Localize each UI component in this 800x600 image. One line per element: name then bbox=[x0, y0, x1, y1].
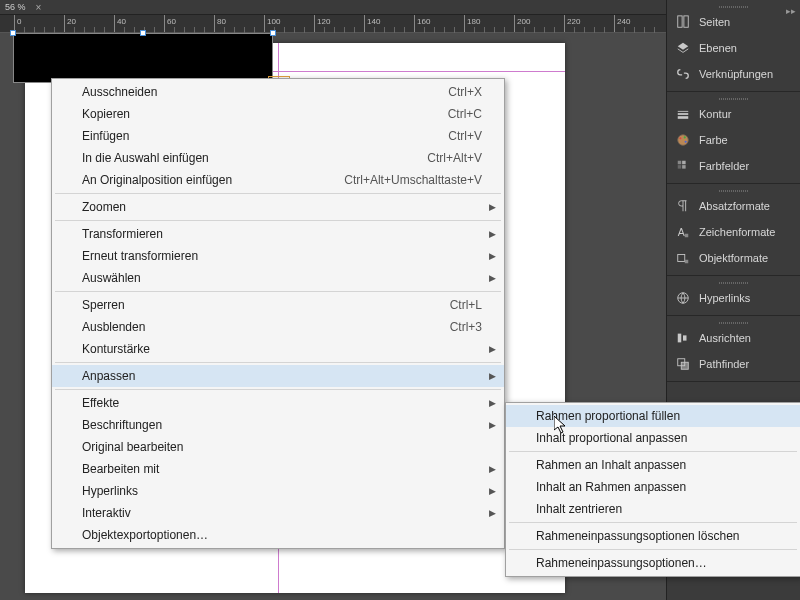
menu-item-1[interactable]: KopierenCtrl+C bbox=[52, 103, 504, 125]
panel-label: Ausrichten bbox=[699, 332, 751, 344]
panel-objektformate[interactable]: Objektformate bbox=[667, 245, 800, 271]
menu-item-label: Objektexportoptionen… bbox=[82, 528, 208, 542]
submenu-arrow-icon: ▶ bbox=[489, 273, 496, 283]
svg-point-6 bbox=[679, 137, 681, 139]
menu-item-label: Inhalt an Rahmen anpassen bbox=[536, 480, 686, 494]
panel-ausrichten[interactable]: Ausrichten bbox=[667, 325, 800, 351]
menu-item-label: Rahmeneinpassungsoptionen löschen bbox=[536, 529, 739, 543]
tab-close-icon[interactable]: × bbox=[36, 2, 42, 13]
panel-label: Absatzformate bbox=[699, 200, 770, 212]
submenu-arrow-icon: ▶ bbox=[489, 508, 496, 518]
svg-rect-11 bbox=[678, 165, 682, 169]
svg-point-8 bbox=[685, 141, 687, 143]
links-icon bbox=[675, 66, 691, 82]
submenu-item-5[interactable]: Rahmeneinpassungsoptionen löschen bbox=[506, 525, 800, 547]
svg-rect-10 bbox=[682, 161, 686, 165]
menu-item-16[interactable]: Bearbeiten mit▶ bbox=[52, 458, 504, 480]
menu-item-0[interactable]: AusschneidenCtrl+X bbox=[52, 81, 504, 103]
menu-item-18[interactable]: Interaktiv▶ bbox=[52, 502, 504, 524]
menu-item-2[interactable]: EinfügenCtrl+V bbox=[52, 125, 504, 147]
menu-item-4[interactable]: An Originalposition einfügenCtrl+Alt+Ums… bbox=[52, 169, 504, 191]
submenu-arrow-icon: ▶ bbox=[489, 398, 496, 408]
panel-ebenen[interactable]: Ebenen bbox=[667, 35, 800, 61]
submenu-item-6[interactable]: Rahmeneinpassungsoptionen… bbox=[506, 552, 800, 574]
menu-item-shortcut: Ctrl+3 bbox=[450, 320, 482, 334]
menu-item-15[interactable]: Original bearbeiten bbox=[52, 436, 504, 458]
menu-item-17[interactable]: Hyperlinks▶ bbox=[52, 480, 504, 502]
menu-item-6[interactable]: Transformieren▶ bbox=[52, 223, 504, 245]
svg-rect-0 bbox=[678, 16, 682, 27]
panel-label: Hyperlinks bbox=[699, 292, 750, 304]
menu-item-label: Rahmen an Inhalt anpassen bbox=[536, 458, 686, 472]
svg-text:A: A bbox=[678, 226, 685, 238]
horizontal-ruler: 020406080100120140160180200220240 bbox=[0, 15, 666, 33]
panel-hyperlinks[interactable]: Hyperlinks bbox=[667, 285, 800, 311]
submenu-arrow-icon: ▶ bbox=[489, 420, 496, 430]
objstyle-icon bbox=[675, 250, 691, 266]
menu-item-8[interactable]: Auswählen▶ bbox=[52, 267, 504, 289]
panel-label: Zeichenformate bbox=[699, 226, 775, 238]
svg-rect-19 bbox=[683, 335, 687, 340]
menu-item-label: Anpassen bbox=[82, 369, 135, 383]
menu-item-label: In die Auswahl einfügen bbox=[82, 151, 209, 165]
zoom-level: 56 % bbox=[5, 2, 26, 12]
menu-item-14[interactable]: Beschriftungen▶ bbox=[52, 414, 504, 436]
parastyle-icon bbox=[675, 198, 691, 214]
menu-item-11[interactable]: Konturstärke▶ bbox=[52, 338, 504, 360]
menu-item-13[interactable]: Effekte▶ bbox=[52, 392, 504, 414]
align-icon bbox=[675, 330, 691, 346]
svg-rect-21 bbox=[681, 362, 688, 369]
menu-item-label: Effekte bbox=[82, 396, 119, 410]
submenu-item-2[interactable]: Rahmen an Inhalt anpassen bbox=[506, 454, 800, 476]
menu-item-label: Sperren bbox=[82, 298, 125, 312]
placed-image-frame[interactable] bbox=[13, 33, 273, 83]
menu-item-shortcut: Ctrl+V bbox=[448, 129, 482, 143]
panel-pathfinder[interactable]: Pathfinder bbox=[667, 351, 800, 377]
panel-seiten[interactable]: Seiten bbox=[667, 9, 800, 35]
menu-item-7[interactable]: Erneut transformieren▶ bbox=[52, 245, 504, 267]
svg-rect-12 bbox=[682, 165, 686, 169]
panel-farbe[interactable]: Farbe bbox=[667, 127, 800, 153]
svg-rect-15 bbox=[678, 255, 685, 262]
menu-item-label: Hyperlinks bbox=[82, 484, 138, 498]
panel-zeichenformate[interactable]: AZeichenformate bbox=[667, 219, 800, 245]
menu-item-10[interactable]: AusblendenCtrl+3 bbox=[52, 316, 504, 338]
panel-absatzformate[interactable]: Absatzformate bbox=[667, 193, 800, 219]
menu-item-label: An Originalposition einfügen bbox=[82, 173, 232, 187]
context-menu: AusschneidenCtrl+XKopierenCtrl+CEinfügen… bbox=[51, 78, 505, 549]
menu-item-9[interactable]: SperrenCtrl+L bbox=[52, 294, 504, 316]
pathfinder-icon bbox=[675, 356, 691, 372]
submenu-item-1[interactable]: Inhalt proportional anpassen bbox=[506, 427, 800, 449]
submenu-arrow-icon: ▶ bbox=[489, 464, 496, 474]
menu-item-label: Transformieren bbox=[82, 227, 163, 241]
submenu-arrow-icon: ▶ bbox=[489, 229, 496, 239]
submenu-item-4[interactable]: Inhalt zentrieren bbox=[506, 498, 800, 520]
menu-item-3[interactable]: In die Auswahl einfügenCtrl+Alt+V bbox=[52, 147, 504, 169]
svg-point-7 bbox=[684, 136, 686, 138]
submenu-item-3[interactable]: Inhalt an Rahmen anpassen bbox=[506, 476, 800, 498]
svg-rect-14 bbox=[685, 234, 689, 238]
menu-item-label: Ausblenden bbox=[82, 320, 145, 334]
panel-label: Ebenen bbox=[699, 42, 737, 54]
submenu-item-0[interactable]: Rahmen proportional füllen bbox=[506, 405, 800, 427]
panel-verknuepfungen[interactable]: Verknüpfungen bbox=[667, 61, 800, 87]
menu-item-5[interactable]: Zoomen▶ bbox=[52, 196, 504, 218]
panel-collapse-icon[interactable]: ▸▸ bbox=[786, 6, 796, 16]
menu-item-12[interactable]: Anpassen▶ bbox=[52, 365, 504, 387]
menu-item-label: Kopieren bbox=[82, 107, 130, 121]
panel-group: SeitenEbenenVerknüpfungen bbox=[667, 0, 800, 92]
menu-item-shortcut: Ctrl+X bbox=[448, 85, 482, 99]
menu-item-label: Einfügen bbox=[82, 129, 129, 143]
menu-item-shortcut: Ctrl+C bbox=[448, 107, 482, 121]
panel-kontur[interactable]: Kontur bbox=[667, 101, 800, 127]
svg-rect-16 bbox=[685, 260, 689, 264]
panel-label: Verknüpfungen bbox=[699, 68, 773, 80]
menu-item-19[interactable]: Objektexportoptionen… bbox=[52, 524, 504, 546]
layers-icon bbox=[675, 40, 691, 56]
panel-farbfelder[interactable]: Farbfelder bbox=[667, 153, 800, 179]
menu-item-shortcut: Ctrl+Alt+V bbox=[427, 151, 482, 165]
panel-group: AbsatzformateAZeichenformateObjektformat… bbox=[667, 184, 800, 276]
menu-item-label: Rahmeneinpassungsoptionen… bbox=[536, 556, 707, 570]
menu-item-label: Interaktiv bbox=[82, 506, 131, 520]
menu-item-label: Auswählen bbox=[82, 271, 141, 285]
